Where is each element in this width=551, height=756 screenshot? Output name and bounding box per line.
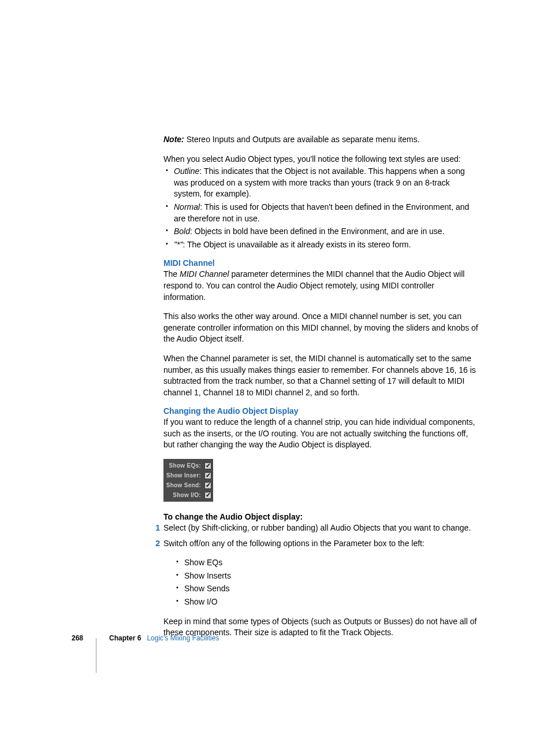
midi-channel-heading: MIDI Channel xyxy=(163,258,478,268)
list-item: "*": The Object is unavailable as it alr… xyxy=(163,239,478,251)
procedure-steps: 1Select (by Shift-clicking, or rubber ba… xyxy=(163,522,478,549)
figure-row: Show EQs: xyxy=(165,461,211,470)
page-footer: 268 Chapter 6 Logic's Mixing Facilities xyxy=(72,621,476,655)
figure-row: Show Send: xyxy=(165,480,211,490)
step: 1Select (by Shift-clicking, or rubber ba… xyxy=(150,522,478,534)
step-number: 2 xyxy=(150,538,160,550)
term: "*" xyxy=(174,240,183,249)
note-label: Note: xyxy=(163,135,184,144)
page-number: 268 xyxy=(72,634,83,642)
step: 2Switch off/on any of the following opti… xyxy=(150,538,478,550)
figure-label: Show I/O: xyxy=(165,492,203,498)
figure-label: Show Inser: xyxy=(165,472,203,479)
parameter-box-figure: Show EQs: Show Inser: Show Send: Show I/… xyxy=(163,459,213,502)
checkbox-icon xyxy=(204,472,211,479)
footer-divider xyxy=(96,638,96,673)
list-item: Bold: Objects in bold have been defined … xyxy=(163,226,478,238)
desc: : Objects in bold have been defined in t… xyxy=(190,227,445,236)
text: The xyxy=(163,269,180,279)
step-text: Switch off/on any of the following optio… xyxy=(163,539,425,548)
changing-p1: If you want to reduce the length of a ch… xyxy=(163,417,478,451)
step-number: 1 xyxy=(150,522,160,534)
list-item: Show I/O xyxy=(163,596,478,608)
term: Outline xyxy=(174,166,199,176)
figure-label: Show EQs: xyxy=(165,462,203,469)
step-text: Select (by Shift-clicking, or rubber ban… xyxy=(163,523,471,532)
chapter-title: Logic's Mixing Facilities xyxy=(147,634,219,642)
changing-display-heading: Changing the Audio Object Display xyxy=(163,406,478,416)
page-content: Note: Stereo Inputs and Outputs are avai… xyxy=(163,134,478,647)
procedure-heading: To change the Audio Object display: xyxy=(163,512,478,521)
midi-p3: When the Channel parameter is set, the M… xyxy=(163,353,478,398)
midi-p2: This also works the other way around. On… xyxy=(163,311,478,345)
note-text: Stereo Inputs and Outputs are available … xyxy=(187,135,420,144)
checkbox-icon xyxy=(204,482,211,489)
figure-row: Show Inser: xyxy=(165,470,211,480)
list-item: Normal: This is used for Objects that ha… xyxy=(163,202,478,224)
term: Normal xyxy=(174,202,200,212)
text-styles-list: Outline: This indicates that the Object … xyxy=(163,166,478,250)
term: MIDI Channel xyxy=(180,269,229,279)
desc: : The Object is unavailable as it alread… xyxy=(183,240,411,249)
list-item: Show Inserts xyxy=(163,570,478,582)
checkbox-icon xyxy=(204,462,211,469)
desc: : This indicates that the Object is not … xyxy=(174,166,465,198)
list-item: Outline: This indicates that the Object … xyxy=(163,166,478,200)
intro-paragraph: When you select Audio Object types, you'… xyxy=(163,154,478,165)
options-list: Show EQs Show Inserts Show Sends Show I/… xyxy=(163,557,478,607)
figure-label: Show Send: xyxy=(165,482,203,488)
figure-row: Show I/O: xyxy=(165,490,211,500)
list-item: Show EQs xyxy=(163,557,478,569)
note-paragraph: Note: Stereo Inputs and Outputs are avai… xyxy=(163,134,478,146)
midi-p1: The MIDI Channel parameter determines th… xyxy=(163,269,478,303)
term: Bold xyxy=(174,227,190,236)
checkbox-icon xyxy=(204,492,211,499)
list-item: Show Sends xyxy=(163,583,478,595)
desc: : This is used for Objects that haven't … xyxy=(174,202,469,223)
chapter-label: Chapter 6 xyxy=(109,634,141,642)
